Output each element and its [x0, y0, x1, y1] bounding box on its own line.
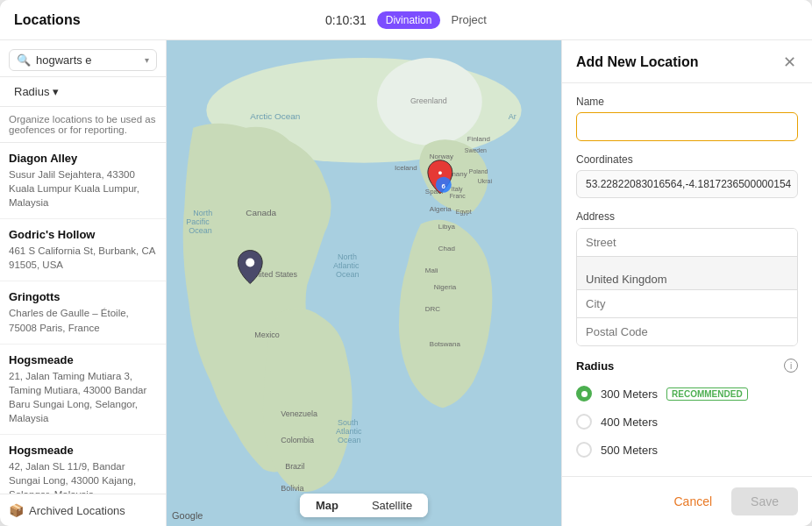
svg-text:Sweden: Sweden [465, 147, 487, 153]
svg-text:Mexico: Mexico [254, 331, 279, 339]
svg-text:Nigeria: Nigeria [434, 283, 457, 291]
radius-300-label: 300 Meters [601, 387, 658, 401]
city-input[interactable] [577, 290, 797, 317]
archived-locations-button[interactable]: 📦 Archived Locations [9, 503, 157, 517]
svg-text:Ukrai: Ukrai [478, 178, 493, 184]
map-container[interactable]: North Pacific Ocean North Atlantic Ocean… [167, 40, 561, 526]
location-name: Diagon Alley [9, 152, 157, 165]
svg-text:Greenland: Greenland [410, 96, 447, 105]
svg-text:Algeria: Algeria [430, 205, 452, 213]
location-name: Hogsmeade [9, 353, 157, 366]
title-bar-center: 0:10:31 Divination Project [325, 11, 487, 29]
search-bar[interactable]: 🔍 ▾ [9, 49, 157, 71]
radius-option-500[interactable]: 500 Meters [576, 436, 798, 464]
svg-text:Norway: Norway [430, 153, 453, 160]
list-item[interactable]: Gringotts Charles de Gaulle – Étoile, 75… [0, 281, 166, 344]
svg-text:Ocean: Ocean [336, 270, 359, 279]
svg-point-40 [246, 259, 254, 267]
address-fields-container: Country [576, 228, 798, 346]
svg-text:Botswana: Botswana [430, 340, 461, 348]
address-field-group: Address Country [576, 210, 798, 346]
svg-text:Colombia: Colombia [281, 436, 314, 444]
title-bar: Locations 0:10:31 Divination Project [0, 0, 812, 40]
address-label: Address [576, 210, 798, 223]
chevron-down-icon: ▾ [145, 55, 149, 65]
map-svg: North Pacific Ocean North Atlantic Ocean… [167, 40, 561, 526]
location-list: Diagon Alley Susur Jalil Sejahtera, 4330… [0, 143, 166, 494]
main-content: 🔍 ▾ Radius ▾ Organize locations to be us… [0, 40, 812, 526]
radius-400-label: 400 Meters [601, 416, 658, 429]
archived-label: Archived Locations [29, 504, 125, 517]
svg-text:Ocean: Ocean [338, 436, 360, 444]
map-tab-button[interactable]: Map [300, 494, 354, 517]
satellite-tab-button[interactable]: Satellite [356, 494, 428, 517]
svg-text:Franc: Franc [450, 193, 466, 199]
svg-text:Pacific: Pacific [186, 217, 210, 226]
radius-filter-button[interactable]: Radius ▾ [9, 82, 64, 101]
list-item[interactable]: Godric's Hollow 461 S California St, Bur… [0, 219, 166, 281]
postal-input[interactable] [577, 318, 797, 345]
recommended-badge: RECOMMENDED [666, 387, 748, 401]
list-item[interactable]: Hogsmeade 42, Jalan SL 11/9, Bandar Sung… [0, 435, 166, 494]
name-input[interactable] [576, 112, 798, 141]
svg-text:Iceland: Iceland [395, 164, 417, 172]
location-address: 42, Jalan SL 11/9, Bandar Sungai Long, 4… [9, 459, 157, 494]
radius-header: Radius i [576, 359, 798, 373]
svg-text:Libya: Libya [438, 223, 456, 231]
panel-title: Add New Location [576, 54, 699, 70]
cancel-button[interactable]: Cancel [665, 489, 721, 514]
postal-row [577, 317, 797, 345]
location-address: Charles de Gaulle – Étoile, 75008 Paris,… [9, 306, 157, 334]
list-item[interactable]: Diagon Alley Susur Jalil Sejahtera, 4330… [0, 143, 166, 219]
city-row [577, 289, 797, 317]
search-input[interactable] [36, 53, 139, 67]
svg-text:Italy: Italy [452, 186, 463, 193]
radius-option-400[interactable]: 400 Meters [576, 408, 798, 436]
timer: 0:10:31 [325, 13, 367, 27]
coordinates-label: Coordinates [576, 153, 798, 166]
svg-text:Arctic Ocean: Arctic Ocean [250, 111, 300, 121]
radius-option-300[interactable]: 300 Meters RECOMMENDED [576, 380, 798, 408]
svg-text:Venezuela: Venezuela [281, 409, 317, 418]
archive-icon: 📦 [9, 503, 24, 517]
sidebar-footer: 📦 Archived Locations [0, 494, 166, 526]
svg-text:Ar: Ar [509, 112, 516, 121]
radius-500-label: 500 Meters [601, 444, 658, 457]
project-label: Project [451, 13, 486, 26]
radius-label: Radius [14, 85, 49, 98]
filter-row: Radius ▾ [0, 77, 166, 107]
svg-text:●: ● [438, 168, 442, 177]
location-name: Hogsmeade [9, 444, 157, 457]
radius-chevron-icon: ▾ [53, 85, 59, 98]
close-button[interactable]: ✕ [781, 53, 798, 72]
map-controls: Map Satellite [300, 494, 428, 517]
svg-text:Egypt: Egypt [456, 209, 472, 216]
svg-text:Finland: Finland [467, 135, 490, 143]
google-label: Google [172, 510, 203, 521]
location-address: 21, Jalan Taming Mutiara 3, Taming Mutia… [9, 369, 157, 425]
search-icon: 🔍 [17, 53, 31, 67]
svg-text:Canada: Canada [246, 208, 276, 217]
save-button[interactable]: Save [731, 487, 798, 515]
radio-300-circle [576, 386, 592, 402]
country-input[interactable] [577, 257, 797, 289]
divination-badge: Divination [377, 11, 441, 29]
app-window: Locations 0:10:31 Divination Project 🔍 ▾… [0, 0, 812, 526]
name-label: Name [576, 96, 798, 108]
radio-inner [581, 391, 588, 397]
svg-text:Brazil: Brazil [285, 462, 304, 471]
panel-footer: Cancel Save [562, 476, 812, 526]
street-input[interactable] [577, 229, 797, 256]
right-panel: Add New Location ✕ Name Coordinates 53.2… [561, 40, 812, 526]
sidebar: 🔍 ▾ Radius ▾ Organize locations to be us… [0, 40, 167, 526]
street-row [577, 229, 797, 256]
coordinates-value: 53.22822083016564,-4.1817236500000154 [576, 170, 798, 198]
radio-500-circle [576, 442, 592, 458]
name-field-group: Name [576, 96, 798, 141]
info-icon[interactable]: i [784, 359, 798, 373]
sidebar-search-area: 🔍 ▾ [0, 40, 166, 77]
list-item[interactable]: Hogsmeade 21, Jalan Taming Mutiara 3, Ta… [0, 345, 166, 435]
coordinates-field-group: Coordinates 53.22822083016564,-4.1817236… [576, 153, 798, 198]
location-name: Godric's Hollow [9, 228, 157, 241]
radius-section: Radius i 300 Meters RECOMMENDED [576, 359, 798, 464]
